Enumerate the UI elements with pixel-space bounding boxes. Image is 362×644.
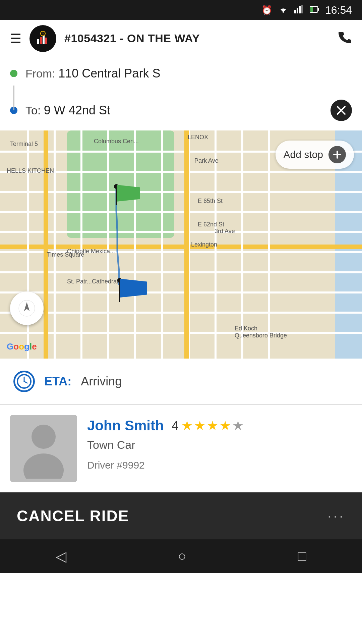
road [268,130,270,359]
svg-rect-11 [43,36,45,44]
star-4: ★ [220,418,231,433]
map-area[interactable]: Columbus Cen... Times Square St. Patr...… [0,130,362,359]
road [134,130,136,359]
map-label: St. Patr...Cathedral [67,278,118,285]
wifi-icon [278,5,288,16]
map-label: Chipotle Mexica... [67,248,115,255]
eta-section: ETA: Arriving [0,359,362,405]
svg-rect-12 [45,38,47,44]
google-logo: Google [7,341,37,352]
star-3: ★ [207,418,218,433]
to-address: 9 W 42nd St [44,103,110,117]
map-label: HELLS KITCHEN [7,167,54,174]
home-button[interactable]: ○ [178,548,186,564]
road [107,130,109,359]
route-from[interactable]: From: 110 Central Park S [0,57,362,90]
status-time: 16:54 [325,4,352,16]
road [80,130,82,359]
from-address-text: From: 110 Central Park S [25,66,160,80]
back-button[interactable]: ◁ [56,548,66,565]
svg-rect-2 [297,8,298,13]
eta-label: ETA: [44,374,71,388]
svg-rect-3 [299,6,301,13]
header-title: #1054321 - ON THE WAY [64,32,330,45]
app-logo [29,25,56,52]
from-label: From: [25,67,55,80]
battery-icon [310,5,319,15]
eta-clock-icon [13,371,35,392]
driver-avatar [10,415,77,482]
major-road [184,130,189,359]
eta-value: Arriving [81,374,122,388]
compass-button[interactable] [10,291,44,325]
svg-point-27 [32,425,56,449]
route-to[interactable]: To: 9 W 42nd St [0,90,362,130]
driver-car-type: Town Car [87,438,352,451]
road [241,130,243,359]
recent-apps-button[interactable]: □ [298,548,306,564]
star-2: ★ [194,418,205,433]
driver-number: Driver #9992 [87,460,352,471]
svg-point-0 [283,11,284,13]
origin-dot [10,70,17,77]
driver-rating: 4 ★ ★ ★ ★ ★ [172,418,244,433]
svg-line-25 [24,381,27,383]
svg-rect-10 [40,37,42,44]
svg-rect-7 [310,7,313,12]
status-bar: ⏰ 16:54 [0,0,362,20]
route-area: From: 110 Central Park S To: 9 W 42nd St [0,57,362,130]
svg-rect-4 [301,5,303,13]
map-label: 3rd Ave [215,228,235,235]
add-stop-icon [328,146,346,163]
svg-rect-1 [294,10,296,13]
map-label: LENOX [188,134,208,141]
map-label: Columbus Cen... [94,138,139,145]
alarm-icon: ⏰ [261,5,272,15]
major-road [44,130,48,359]
more-options-icon[interactable]: ··· [327,508,345,524]
driver-name-row: John Smith 4 ★ ★ ★ ★ ★ [87,418,352,434]
star-5: ★ [232,418,244,433]
driver-name: John Smith [87,418,164,434]
map-label: Park Ave [194,157,219,164]
phone-icon[interactable] [338,30,352,47]
driver-info-section: John Smith 4 ★ ★ ★ ★ ★ Town Car Driver #… [0,405,362,492]
map-label: E 65th St [198,198,223,205]
map-label: Terminal 5 [10,141,38,148]
menu-icon[interactable]: ☰ [10,32,21,45]
map-label: Ed KochQueensboro Bridge [235,325,287,339]
road [161,130,163,359]
rating-number: 4 [172,419,179,433]
to-address-text: To: 9 W 42nd St [25,103,322,117]
app-header: ☰ #1054321 - ON THE WAY [0,20,362,57]
bottom-navigation: ◁ ○ □ [0,539,362,573]
map-label: Lexington [191,241,217,248]
star-rating: ★ ★ ★ ★ ★ [181,418,244,433]
add-stop-label: Add stop [284,149,323,160]
star-1: ★ [181,418,193,433]
clear-destination-button[interactable] [330,100,352,121]
svg-rect-9 [37,39,39,44]
from-address: 110 Central Park S [58,66,160,80]
driver-details: John Smith 4 ★ ★ ★ ★ ★ Town Car Driver #… [87,415,352,471]
park-area [67,130,174,238]
cancel-ride-label: CANCEL RIDE [17,507,129,525]
svg-rect-6 [318,8,319,11]
map-label: E 62nd St [198,221,224,228]
signal-icon [294,5,304,16]
road [54,130,56,359]
cancel-ride-button[interactable]: CANCEL RIDE ··· [0,492,362,539]
add-stop-button[interactable]: Add stop [276,141,354,169]
to-label: To: [25,104,41,117]
